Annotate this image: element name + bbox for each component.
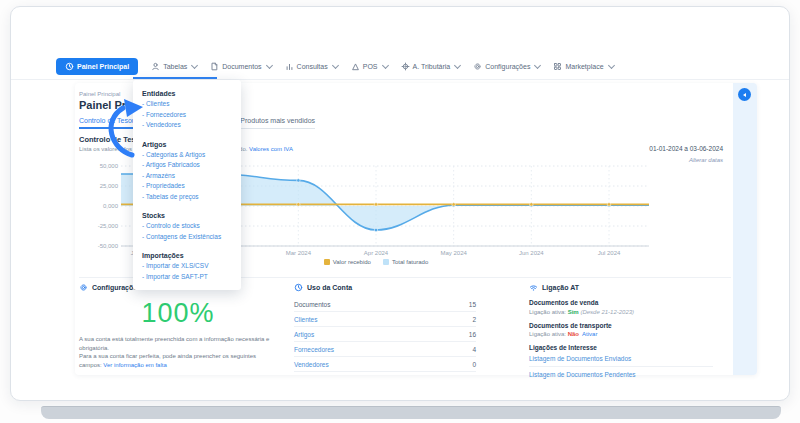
dropdown-item-importar-de-saft-pt[interactable]: Importar de SAFT-PT xyxy=(142,272,232,283)
at-status-note: (Desde 21-12-2023) xyxy=(580,309,634,315)
helm-icon xyxy=(401,62,410,71)
dropdown-item-importar-de-xls-csv[interactable]: Importar de XLS/CSV xyxy=(142,261,232,272)
svg-text:25,000: 25,000 xyxy=(100,183,119,189)
nav-item-documentos[interactable]: Documentos xyxy=(210,62,271,71)
usage-label[interactable]: Fornecedores xyxy=(294,346,334,353)
legend-label: Total faturado xyxy=(392,259,428,265)
valores-com-iva-link[interactable]: Valores com IVA xyxy=(249,146,293,152)
dashboard-clock-icon xyxy=(65,62,74,71)
dropdown-item-propriedades[interactable]: Propriedades xyxy=(142,181,232,192)
nav-item-label: A. Tributária xyxy=(413,63,451,70)
at-status-line: Ligação ativa: NãoAtivar xyxy=(529,331,713,337)
dropdown-item-contagens-de-exist-ncias[interactable]: Contagens de Existências xyxy=(142,232,232,243)
chevron-down-icon xyxy=(454,61,461,68)
at-link-listagem-de-documentos-pendentes[interactable]: Listagem de Documentos Pendentes xyxy=(529,367,713,382)
chevron-down-icon xyxy=(381,61,388,68)
svg-text:Mar 2024: Mar 2024 xyxy=(286,250,312,256)
usage-value: 2 xyxy=(472,316,476,323)
legend-item-total-faturado: Total faturado xyxy=(383,259,428,265)
chevron-down-icon xyxy=(332,61,339,68)
grid-icon xyxy=(553,62,562,71)
legend-swatch xyxy=(383,259,389,265)
nav-item-tabelas[interactable]: Tabelas xyxy=(151,62,197,71)
chevron-down-icon xyxy=(608,61,615,68)
svg-text:0,000: 0,000 xyxy=(103,203,119,209)
nav-item-label: Tabelas xyxy=(163,63,187,70)
usage-label[interactable]: Clientes xyxy=(294,316,317,323)
nav-item-label: POS xyxy=(363,63,378,70)
window-bottom-bar xyxy=(41,406,781,419)
svg-text:Jun 2024: Jun 2024 xyxy=(519,250,544,256)
at-status-line: Ligação ativa: Sim (Desde 21-12-2023) xyxy=(529,309,713,315)
dropdown-item-controlo-de-stocks[interactable]: Controlo de stocks xyxy=(142,221,232,232)
tab-produtos-mais-vendidos[interactable]: Produtos mais vendidos xyxy=(240,117,315,129)
usage-table: Documentos15Clientes2Artigos16Fornecedor… xyxy=(294,297,476,372)
at-link-listagem-de-documentos-enviados[interactable]: Listagem de Documentos Enviados xyxy=(529,351,713,367)
svg-text:Jul 2024: Jul 2024 xyxy=(598,250,621,256)
legend-item-valor-recebido: Valor recebido xyxy=(324,259,371,265)
config-text-1: A sua conta está totalmente preenchida c… xyxy=(79,336,269,351)
dropdown-item-vendedores[interactable]: Vendedores xyxy=(142,120,232,131)
nav-item-marketplace[interactable]: Marketplace xyxy=(553,62,613,71)
tabelas-dropdown-menu: EntidadesClientesFornecedoresVendedoresA… xyxy=(133,80,241,290)
usage-clock-icon xyxy=(294,283,303,292)
svg-text:Apr 2024: Apr 2024 xyxy=(364,250,389,256)
nav-item-configura-es[interactable]: Configurações xyxy=(473,62,540,71)
nav-item-a-tribut-ria[interactable]: A. Tributária xyxy=(401,62,461,71)
usage-row-vendedores: Vendedores0 xyxy=(294,357,476,372)
dropdown-section-entidades: EntidadesClientesFornecedoresVendedores xyxy=(142,88,232,131)
bar-chart-icon xyxy=(285,62,294,71)
dropdown-item-categorias-artigos[interactable]: Categorias & Artigos xyxy=(142,150,232,161)
dropdown-item-artigos-fabricados[interactable]: Artigos Fabricados xyxy=(142,160,232,171)
at-status-label: Ligação ativa: xyxy=(529,309,566,315)
usage-row-artigos: Artigos16 xyxy=(294,327,476,342)
chevron-down-icon xyxy=(266,61,273,68)
breadcrumb: Painel Principal xyxy=(79,91,120,97)
app-window: Painel PrincipalTabelasDocumentosConsult… xyxy=(10,6,790,401)
chevron-down-icon xyxy=(534,61,541,68)
nav-item-pos[interactable]: POS xyxy=(351,62,388,71)
nav-item-label: Configurações xyxy=(485,63,530,70)
dropdown-section-title: Artigos xyxy=(142,139,232,150)
account-completion-percent: 100% xyxy=(79,298,277,329)
wifi-icon xyxy=(529,283,538,292)
usage-value: 0 xyxy=(472,361,476,368)
dropdown-item-tabelas-de-pre-os[interactable]: Tabelas de preços xyxy=(142,192,232,203)
usage-label: Documentos xyxy=(294,301,331,308)
ativar-link[interactable]: Ativar xyxy=(582,331,597,337)
svg-text:-25,000: -25,000 xyxy=(98,223,119,229)
dropdown-item-armaz-ns[interactable]: Armazéns xyxy=(142,171,232,182)
dropdown-section-importa-es: ImportaçõesImportar de XLS/CSVImportar d… xyxy=(142,250,232,282)
ligacao-at-section: Ligação AT Documentos de vendaLigação at… xyxy=(529,282,713,382)
usage-row-clientes: Clientes2 xyxy=(294,312,476,327)
at-heading-documentos-de-transporte: Documentos de transporte xyxy=(529,322,713,329)
pos-angle-icon xyxy=(351,62,360,71)
collapse-sidebar-button[interactable] xyxy=(738,88,751,101)
dropdown-section-stocks: StocksControlo de stocksContagens de Exi… xyxy=(142,210,232,242)
alterar-datas-link[interactable]: Alterar datas xyxy=(649,157,723,163)
usage-value: 16 xyxy=(469,331,476,338)
legend-label: Valor recebido xyxy=(333,259,371,265)
dropdown-item-clientes[interactable]: Clientes xyxy=(142,99,232,110)
at-heading-liga-es-de-interesse: Ligações de Interesse xyxy=(529,344,713,351)
svg-text:50,000: 50,000 xyxy=(100,163,119,169)
uso-da-conta-title: Uso da Conta xyxy=(307,284,352,291)
gear-icon xyxy=(79,283,88,292)
date-range-value: 01-01-2024 a 03-06-2024 xyxy=(649,145,723,152)
at-status-value: Não xyxy=(568,331,579,337)
usage-label[interactable]: Artigos xyxy=(294,331,314,338)
dropdown-section-title: Importações xyxy=(142,250,232,261)
chevron-down-icon xyxy=(191,61,198,68)
ver-informacao-link[interactable]: Ver informação em falta xyxy=(103,362,166,368)
navbar-divider xyxy=(11,79,789,80)
nav-item-consultas[interactable]: Consultas xyxy=(285,62,338,71)
nav-item-painel-principal[interactable]: Painel Principal xyxy=(56,58,138,75)
dropdown-section-artigos: ArtigosCategorias & ArtigosArtigos Fabri… xyxy=(142,139,232,203)
usage-label[interactable]: Vendedores xyxy=(294,361,329,368)
svg-text:May 2024: May 2024 xyxy=(440,250,467,256)
main-navbar: Painel PrincipalTabelasDocumentosConsult… xyxy=(56,54,614,78)
nav-item-label: Marketplace xyxy=(565,63,603,70)
dropdown-item-fornecedores[interactable]: Fornecedores xyxy=(142,110,232,121)
people-icon xyxy=(151,62,160,71)
date-range-block: 01-01-2024 a 03-06-2024 Alterar datas xyxy=(649,137,723,163)
